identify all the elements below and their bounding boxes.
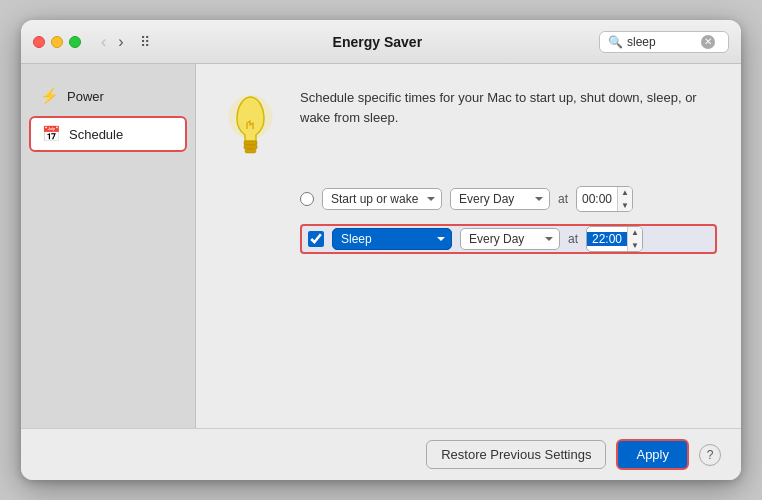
back-button[interactable]: ‹: [97, 31, 110, 53]
titlebar: ‹ › ⠿ Energy Saver 🔍 ✕: [21, 20, 741, 64]
startup-time-arrows: ▲ ▼: [617, 186, 632, 212]
close-button[interactable]: [33, 36, 45, 48]
startup-time-input[interactable]: [577, 192, 617, 206]
svg-rect-2: [244, 145, 257, 149]
sidebar: ⚡ Power 📅 Schedule: [21, 64, 196, 428]
sleep-time-stepper: ▲ ▼: [586, 226, 643, 252]
startup-row-radio[interactable]: [300, 192, 314, 206]
sleep-at-label: at: [568, 232, 578, 246]
nav-buttons: ‹ ›: [97, 31, 128, 53]
sleep-time-up[interactable]: ▲: [628, 226, 642, 239]
bulb-icon: [220, 84, 280, 164]
power-icon: ⚡: [39, 86, 59, 106]
sleep-row: Sleep Start up or wake Restart Shut Down…: [300, 224, 717, 254]
schedule-icon: 📅: [41, 124, 61, 144]
maximize-button[interactable]: [69, 36, 81, 48]
startup-at-label: at: [558, 192, 568, 206]
startup-time-up[interactable]: ▲: [618, 186, 632, 199]
svg-rect-3: [245, 149, 256, 153]
sleep-action-select[interactable]: Sleep Start up or wake Restart Shut Down: [332, 228, 452, 250]
search-icon: 🔍: [608, 35, 623, 49]
startup-time-stepper: ▲ ▼: [576, 186, 633, 212]
svg-rect-1: [244, 141, 257, 145]
sleep-time-down[interactable]: ▼: [628, 239, 642, 252]
search-input[interactable]: [627, 35, 697, 49]
sleep-freq-select[interactable]: Every Day Weekdays Weekends: [460, 228, 560, 250]
grid-icon[interactable]: ⠿: [140, 34, 150, 50]
startup-time-down[interactable]: ▼: [618, 199, 632, 212]
bulb-area: Schedule specific times for your Mac to …: [220, 84, 717, 164]
search-bar: 🔍 ✕: [599, 31, 729, 53]
traffic-lights: [33, 36, 81, 48]
sleep-time-arrows: ▲ ▼: [627, 226, 642, 252]
description-text: Schedule specific times for your Mac to …: [300, 84, 717, 127]
sidebar-item-power-label: Power: [67, 89, 104, 104]
window-title: Energy Saver: [164, 34, 591, 50]
apply-button[interactable]: Apply: [616, 439, 689, 470]
sidebar-item-schedule-label: Schedule: [69, 127, 123, 142]
bottom-bar: Restore Previous Settings Apply ?: [21, 428, 741, 480]
startup-freq-select[interactable]: Every Day Weekdays Weekends: [450, 188, 550, 210]
startup-row: Start up or wake Sleep Restart Shut Down…: [300, 184, 717, 214]
sleep-row-checkbox[interactable]: [308, 231, 324, 247]
search-clear-button[interactable]: ✕: [701, 35, 715, 49]
forward-button[interactable]: ›: [114, 31, 127, 53]
panel: Schedule specific times for your Mac to …: [196, 64, 741, 428]
help-button[interactable]: ?: [699, 444, 721, 466]
startup-action-select[interactable]: Start up or wake Sleep Restart Shut Down: [322, 188, 442, 210]
restore-previous-settings-button[interactable]: Restore Previous Settings: [426, 440, 606, 469]
sleep-time-input[interactable]: [587, 232, 627, 246]
minimize-button[interactable]: [51, 36, 63, 48]
main-content: ⚡ Power 📅 Schedule: [21, 64, 741, 428]
sidebar-item-schedule[interactable]: 📅 Schedule: [29, 116, 187, 152]
schedule-area: Start up or wake Sleep Restart Shut Down…: [300, 184, 717, 254]
main-window: ‹ › ⠿ Energy Saver 🔍 ✕ ⚡ Power 📅 Schedul…: [21, 20, 741, 480]
sidebar-item-power[interactable]: ⚡ Power: [29, 80, 187, 112]
